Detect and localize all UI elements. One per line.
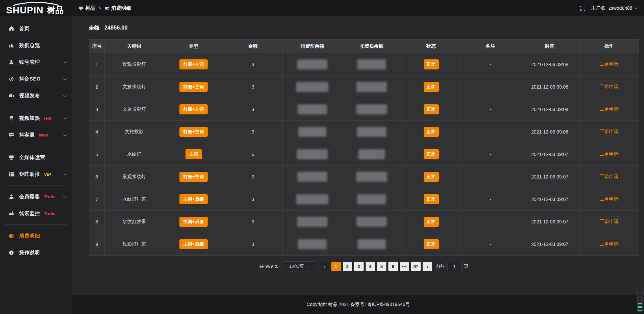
goto-suffix: 页 [464,263,469,269]
pagination-more-button[interactable]: ••• [400,262,409,271]
sidebar-item-会员爆客[interactable]: 会员爆客Tools [0,188,72,205]
balance-before-cell [283,121,342,143]
redacted-balance-before [297,149,328,159]
balance-before-cell [283,76,342,98]
ticket-request-link[interactable]: 工单申请 [600,61,619,67]
sidebar-item-首页[interactable]: 首页 [0,20,72,37]
topbar-right: 用户名: zswodun88 [580,5,644,11]
pagination-goto: 前往 页 [436,262,469,271]
keyword-text: 景观投影灯 [122,61,146,67]
sidebar-item-矩阵助推[interactable]: 矩阵助推VIP [0,166,72,182]
ticket-request-link[interactable]: 工单申请 [600,219,619,224]
fullscreen-icon[interactable] [580,5,586,11]
time-cell: 2021-12-03 09:07 [520,211,580,233]
pagination-page-button-4[interactable]: 4 [366,262,375,271]
pagination: 共 969 条 10条/页 ‹123456•••97› 前往 页 [89,261,639,271]
pagination-page-button-2[interactable]: 2 [343,262,352,271]
column-header-类型: 类型 [164,40,223,53]
wallet-icon [105,6,109,10]
balance-before-cell [283,53,342,76]
sidebar-item-操作说明[interactable]: ?操作说明 [0,244,72,261]
chevron-down-icon [63,172,67,175]
ticket-request-link[interactable]: 工单申请 [600,241,619,247]
sidebar-item-badge: Tools [44,211,55,216]
pagination-page-button-3[interactable]: 3 [354,262,364,271]
user-menu[interactable]: 用户名: zswodun88 [591,5,637,11]
chevron-down-icon [63,77,67,80]
ticket-request-link[interactable]: 工单申请 [600,174,619,179]
remark-cell: - [461,98,520,121]
type-badge: 前缀+主词 [179,127,208,137]
pagination-page-button-5[interactable]: 5 [377,262,386,271]
sidebar-item-label: 操作说明 [19,250,40,256]
keyword-text: 水纹灯 [127,151,141,157]
widget-stripes-icon [638,303,642,311]
ticket-request-link[interactable]: 工单申请 [600,106,619,112]
sidebar-item-label: 矩阵助推 [19,171,40,177]
sidebar-item-线索监控[interactable]: 线索监控Tools [0,205,72,222]
pagination-page-button-6[interactable]: 6 [388,262,398,271]
status-cell: 正常 [401,53,461,76]
sidebar-item-视频加热[interactable]: 视频加热Hot [0,110,72,126]
help-icon: ? [9,250,14,255]
app-logo[interactable]: SHUPIN 树品 [0,0,72,16]
amount-cell: 3 [223,166,283,188]
sidebar-divider [5,185,67,186]
goto-page-input[interactable] [447,262,462,271]
amount-text: 6 [252,152,254,157]
sidebar-item-账号管理[interactable]: 账号管理 [0,54,72,70]
username-label: 用户名: [591,5,606,11]
sidebar-item-视频发布[interactable]: 视频发布 [0,87,72,104]
type-badge: 前缀+主词 [179,82,208,92]
column-header-金额: 金额 [223,40,283,53]
redacted-balance-before [298,172,327,182]
chevron-down-icon [63,133,67,136]
amount-text: 3 [252,62,254,67]
pagination-page-button-97[interactable]: 97 [411,262,421,271]
sidebar-item-数据总览[interactable]: 数据总览 [0,37,72,54]
amount-text: 3 [252,174,254,179]
status-badge: 正常 [424,239,439,249]
status-cell: 正常 [401,143,461,166]
action-cell: 工单申请 [580,98,639,121]
pagination-next-button[interactable]: › [423,262,432,271]
bar-chart-icon [9,43,14,48]
column-header-时间: 时间 [520,40,580,53]
row-index: 6 [96,174,98,179]
sidebar-item-消费明细[interactable]: 消费明细 [0,227,72,244]
top-bar: SHUPIN 树品 树品 > 消费明细 用户名: zswodun88 [0,0,644,16]
chevron-down-icon [634,6,638,9]
table-row: 9投影灯厂家主词+后缀3正常-2021-12-03 09:07工单申请 [89,233,639,256]
sidebar-item-抖音SEO[interactable]: 抖音SEO [0,70,72,87]
amount-text: 3 [252,219,254,224]
amount-cell: 3 [223,53,283,76]
sidebar-item-抖客通[interactable]: 抖客通New [0,126,72,143]
time-cell: 2021-12-03 09:08 [520,53,580,76]
breadcrumb-item-current[interactable]: 消费明细 [105,5,131,11]
ticket-request-link[interactable]: 工单申请 [600,151,619,157]
sidebar-item-label: 首页 [19,25,30,32]
time-text: 2021-12-03 09:07 [531,174,569,179]
pagination-prev-button[interactable]: ‹ [320,262,329,271]
time-cell: 2021-12-03 09:08 [520,121,580,143]
row-index: 3 [96,107,98,112]
pagination-page-button-1[interactable]: 1 [331,262,341,271]
row-index: 7 [96,197,98,202]
redacted-balance-before [297,217,327,227]
redacted-balance-before [298,239,327,249]
ticket-request-link[interactable]: 工单申请 [600,84,619,89]
float-widget[interactable] [637,290,643,312]
monitor-icon [9,155,14,160]
sidebar-item-全媒体运营[interactable]: 全媒体运营 [0,149,72,166]
ticket-request-link[interactable]: 工单申请 [600,129,619,134]
breadcrumb-item-home[interactable]: 树品 [78,5,95,11]
time-text: 2021-12-03 09:08 [531,62,569,67]
video-camera-icon [9,93,14,98]
ticket-request-link[interactable]: 工单申请 [600,196,619,202]
member-icon [9,194,14,199]
amount-text: 3 [252,84,254,90]
home-icon [9,26,14,31]
wallet-icon [9,233,14,239]
page-size-select[interactable]: 10条/页 [283,261,316,271]
amount-cell: 3 [223,233,283,256]
